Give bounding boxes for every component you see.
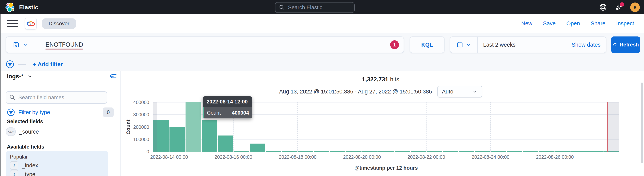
chevron-down-icon: [472, 89, 478, 95]
hits-label: hits: [390, 76, 399, 83]
add-filter-button[interactable]: + Add filter: [33, 61, 63, 67]
histogram-bar[interactable]: [202, 120, 217, 152]
filter-count-badge: 0: [103, 108, 114, 117]
help-buoy-icon: [599, 4, 607, 11]
inspect-button[interactable]: Inspect: [616, 20, 634, 27]
gridline: [555, 102, 555, 152]
help-button[interactable]: [599, 3, 607, 12]
global-search[interactable]: [275, 2, 354, 13]
histogram-bar[interactable]: [346, 151, 362, 152]
gridline: [298, 102, 298, 152]
histogram-bar[interactable]: [186, 102, 201, 152]
gridline: [426, 102, 426, 152]
data-view-picker[interactable]: logs-*: [7, 73, 33, 80]
x-tick-label: 2022-08-18 00:00: [271, 154, 324, 160]
notification-dot: [620, 2, 624, 7]
x-tick-label: 2022-08-14 00:00: [142, 154, 196, 160]
query-input-panel: ENOTFOUND 1: [6, 36, 404, 53]
histogram-bar[interactable]: [555, 151, 570, 152]
histogram-bar[interactable]: [491, 151, 506, 152]
quick-select-time-button[interactable]: [450, 37, 478, 53]
refresh-icon: [612, 42, 617, 48]
histogram-bar[interactable]: [250, 144, 265, 152]
histogram-bar[interactable]: [234, 151, 249, 152]
histogram-bar[interactable]: [443, 151, 458, 152]
new-button[interactable]: New: [521, 20, 532, 27]
histogram-bar[interactable]: [427, 151, 442, 152]
histogram-bar[interactable]: [475, 151, 490, 152]
field-item-type[interactable]: t _type: [10, 170, 36, 176]
x-tick-label: 2022-08-24 00:00: [464, 154, 518, 160]
query-count-badge: 1: [390, 40, 399, 49]
histogram-bar[interactable]: [266, 151, 281, 152]
save-button[interactable]: Save: [543, 20, 556, 27]
global-search-input[interactable]: [288, 4, 350, 11]
y-tick-label: 0: [120, 149, 149, 154]
histogram-bar[interactable]: [314, 151, 329, 152]
histogram-bar[interactable]: [507, 151, 522, 152]
selected-fields-heading: Selected fields: [7, 119, 43, 125]
chevron-down-icon: [27, 73, 33, 79]
interval-select[interactable]: Auto: [438, 85, 482, 98]
filter-placeholder-dash: [18, 64, 26, 65]
partial-bucket-band: [153, 102, 157, 152]
histogram-bar[interactable]: [378, 151, 394, 152]
gridline: [169, 102, 169, 152]
refresh-button[interactable]: Refresh: [611, 36, 640, 53]
query-input[interactable]: ENOTFOUND: [46, 41, 83, 48]
field-item-index[interactable]: t _index: [10, 161, 38, 170]
field-search[interactable]: [6, 91, 107, 104]
toolbar-actions: New Save Open Share Inspect: [521, 20, 634, 27]
histogram-bar[interactable]: [411, 151, 426, 152]
partial-bucket-band: [607, 102, 619, 152]
news-button[interactable]: [614, 3, 623, 12]
saved-query-menu-button[interactable]: [6, 37, 35, 53]
y-tick-label: 100000: [120, 137, 149, 142]
text-field-type-icon: t: [10, 170, 18, 176]
user-avatar[interactable]: e: [630, 3, 640, 12]
time-range-summary: Aug 13, 2022 @ 15:01:50.386 - Aug 27, 20…: [279, 89, 432, 95]
histogram-bar[interactable]: [218, 135, 233, 152]
x-tick-label: 2022-08-20 00:00: [335, 154, 389, 160]
search-icon: [9, 94, 16, 101]
collapse-sidebar-icon[interactable]: [109, 72, 117, 80]
query-language-button[interactable]: KQL: [410, 36, 444, 53]
elastic-logo-icon[interactable]: [5, 2, 15, 12]
histogram-bar[interactable]: [394, 151, 410, 152]
hits-summary: 1,322,731 hits: [120, 76, 641, 83]
tooltip-series-label: Count: [207, 110, 221, 116]
hits-count: 1,322,731: [362, 76, 388, 83]
fields-sidebar: logs-* Filter by type 0 Selected field: [0, 71, 120, 176]
menu-button[interactable]: [7, 20, 18, 27]
histogram-bar[interactable]: [523, 151, 538, 152]
histogram-bar[interactable]: [298, 151, 313, 152]
show-dates-button[interactable]: Show dates: [572, 42, 600, 48]
search-icon: [279, 5, 285, 11]
histogram-bar[interactable]: [282, 151, 297, 152]
histogram-bar[interactable]: [459, 151, 474, 152]
field-search-input[interactable]: [18, 94, 92, 101]
histogram-bar[interactable]: [330, 151, 346, 152]
filter-by-type-button[interactable]: Filter by type 0: [7, 108, 114, 117]
scrollbar[interactable]: [641, 82, 643, 163]
breadcrumb[interactable]: Discover: [42, 18, 76, 29]
cloud-deployment-icon[interactable]: [25, 18, 37, 30]
app-navbar: Discover New Save Open Share Inspect: [0, 14, 644, 33]
filter-in-circle-icon[interactable]: [6, 60, 14, 68]
histogram-bar[interactable]: [539, 151, 554, 152]
x-axis-title: @timestamp per 12 hours: [153, 165, 619, 171]
field-item-source[interactable]: </> _source: [6, 127, 39, 136]
y-axis-tick-labels: 0100000200000300000400000: [120, 102, 149, 152]
histogram-bar[interactable]: [571, 151, 586, 152]
histogram-bar[interactable]: [588, 151, 603, 152]
histogram-bar[interactable]: [170, 127, 185, 152]
gridline: [490, 102, 491, 152]
chevron-down-icon: [466, 42, 471, 48]
open-button[interactable]: Open: [566, 20, 580, 27]
available-fields-heading: Available fields: [7, 144, 44, 150]
brand-name: Elastic: [19, 4, 38, 11]
y-tick-label: 300000: [120, 112, 149, 118]
share-button[interactable]: Share: [591, 20, 605, 27]
histogram-bar[interactable]: [362, 151, 378, 152]
time-range-value[interactable]: Last 2 weeks: [483, 42, 516, 48]
